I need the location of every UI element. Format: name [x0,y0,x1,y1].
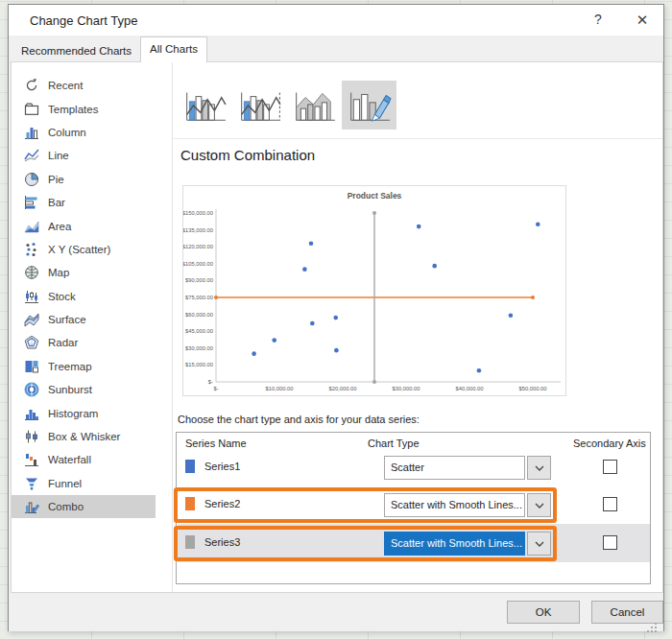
close-icon[interactable]: ✕ [631,12,654,29]
series-endpoint [372,211,376,215]
templates-icon [24,102,39,117]
sidebar-item-area[interactable]: Area [12,214,172,237]
scatter-chart-icon [24,242,39,257]
scatter-point [333,316,338,320]
sidebar-item-templates[interactable]: Templates [12,97,172,120]
sidebar-item-pie[interactable]: Pie [12,168,172,191]
sidebar-item-label: Area [48,221,71,232]
sidebar-item-x-y-scatter[interactable]: X Y (Scatter) [12,238,172,261]
sidebar-item-label: Treemap [48,361,92,372]
sidebar-item-label: Pie [48,174,64,185]
excel-background: Change Chart Type ? ✕ Recommended Charts… [0,0,672,639]
series-name-label[interactable]: Series1 [204,461,240,472]
histogram-chart-icon [24,406,39,421]
series-endpoint [372,380,376,384]
clustered-column-line-icon [183,87,228,124]
sidebar-item-label: Radar [48,337,78,348]
subtype-button-clustered-column-line-secondary-axis[interactable] [232,81,287,130]
sidebar-item-label: Histogram [48,408,98,419]
sidebar-item-funnel[interactable]: Funnel [12,472,172,495]
sidebar-item-label: Box & Whisker [48,431,120,442]
surface-chart-icon [24,312,39,327]
recent-icon [24,78,39,93]
x-tick-label: $50,000.00 [518,386,546,391]
pie-chart-icon [24,172,39,187]
sidebar-item-sunburst[interactable]: Sunburst [12,378,172,401]
sunburst-chart-icon [24,382,39,397]
sidebar-item-label: Sunburst [48,384,92,395]
area-chart-icon [24,219,39,234]
series-endpoint [531,296,535,299]
tab-recommended-charts[interactable]: Recommended Charts [12,39,140,62]
box-whisker-chart-icon [24,429,39,444]
y-tick-label: $105,000.00 [183,261,213,267]
resize-grip-icon[interactable] [646,620,658,631]
y-tick-label: $90,000.00 [185,277,213,283]
sidebar-item-label: Waterfall [48,454,91,465]
column-header-series-name: Series Name [185,438,247,449]
scatter-point [417,225,421,229]
sidebar-item-surface[interactable]: Surface [12,308,172,331]
sidebar-item-label: Stock [48,291,76,302]
custom-combination-icon [348,87,392,124]
subtype-button-custom-combination[interactable] [342,81,396,130]
line-chart-icon [24,148,39,163]
sidebar-item-stock[interactable]: Stock [12,285,172,308]
sidebar-item-combo[interactable]: Combo [12,495,172,518]
sidebar-item-line[interactable]: Line [12,144,172,167]
help-icon[interactable]: ? [587,12,610,27]
ok-button[interactable]: OK [507,601,580,624]
scatter-point [272,338,276,343]
dialog-title: Change Chart Type [30,13,138,28]
y-tick-label: $135,000.00 [183,227,213,233]
series-color-swatch [185,535,195,549]
series-name-label[interactable]: Series2 [204,498,240,509]
sidebar-item-box-whisker[interactable]: Box & Whisker [12,425,172,448]
chart-type-dropdown[interactable]: Scatter with Smooth Lines... [384,532,525,556]
stock-chart-icon [24,289,39,304]
subtype-button-stacked-area-clustered-column[interactable] [287,81,342,130]
secondary-axis-checkbox[interactable] [603,535,617,550]
series-name-label[interactable]: Series3 [204,536,240,548]
sidebar-item-histogram[interactable]: Histogram [12,401,172,424]
clustered-column-line-secondary-axis-icon [238,87,282,124]
dropdown-chevron-button[interactable] [527,456,551,480]
sidebar-item-map[interactable]: Map [12,261,172,284]
tab-all-charts[interactable]: All Charts [140,36,207,62]
scatter-point [477,368,482,373]
column-header-chart-type: Chart Type [368,438,420,449]
x-tick-label: $10,000.00 [265,386,293,391]
sidebar-item-label: Map [48,267,69,278]
combo-chart-icon [24,499,39,514]
y-tick-label: $120,000.00 [183,244,213,249]
sidebar-item-treemap[interactable]: Treemap [12,355,172,378]
sidebar-item-label: Column [48,127,86,138]
y-tick-label: $30,000.00 [185,345,213,351]
subtype-button-clustered-column-line[interactable] [178,81,232,130]
dropdown-chevron-button[interactable] [527,532,551,556]
secondary-axis-checkbox[interactable] [603,460,617,474]
series-table: Series NameChart TypeSecondary AxisSerie… [176,432,651,584]
y-tick-label: $- [208,379,213,385]
chart-type-dropdown[interactable]: Scatter with Smooth Lines... [384,493,525,517]
dropdown-chevron-button[interactable] [527,493,551,517]
dialog-footer: OK Cancel [9,593,663,631]
y-tick-label: $150,000.00 [183,210,213,216]
chart-type-dropdown[interactable]: Scatter [384,456,525,480]
sidebar-item-column[interactable]: Column [12,121,172,144]
sidebar-item-radar[interactable]: Radar [12,331,172,354]
bar-chart-icon [24,195,39,210]
chevron-down-icon [535,540,544,548]
series-prompt: Choose the chart type and axis for your … [178,414,420,425]
sidebar-item-bar[interactable]: Bar [12,191,172,214]
y-tick-label: $15,000.00 [185,362,213,367]
sidebar-item-label: X Y (Scatter) [48,244,110,255]
waterfall-chart-icon [24,452,39,467]
radar-chart-icon [24,335,39,350]
dialog-titlebar: Change Chart Type ? ✕ [9,5,663,36]
sidebar-item-label: Recent [48,80,83,91]
sidebar-item-recent[interactable]: Recent [12,74,172,97]
sidebar-item-waterfall[interactable]: Waterfall [12,448,172,471]
secondary-axis-checkbox[interactable] [603,497,617,511]
chart-title: Product Sales [348,191,402,201]
